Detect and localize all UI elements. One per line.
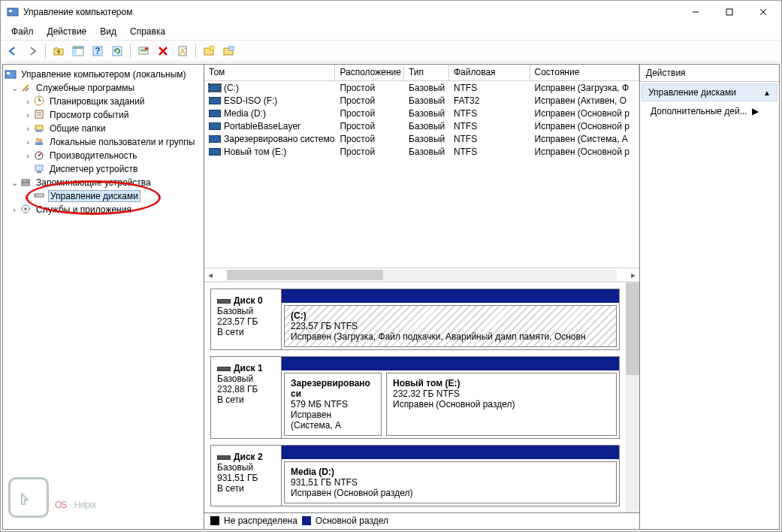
disk-icon [217,299,231,304]
svg-point-37 [39,139,43,143]
actions-pane: Действия Управление дисками ▲ Дополнител… [640,65,779,529]
partition[interactable]: Зарезервировано си579 МБ NTFSИсправен (С… [284,373,382,436]
maximize-button[interactable] [712,2,746,23]
expand-icon[interactable]: › [23,151,33,160]
tree-disk-management[interactable]: Управление дисками [48,190,140,202]
close-button[interactable] [746,2,780,23]
properties-icon[interactable] [174,42,192,60]
svg-rect-42 [35,165,43,171]
disk-info: Диск 0Базовый223,57 ГБВ сети [211,289,282,349]
volume-icon [209,97,221,104]
tree-storage[interactable]: Запоминающие устройства [35,177,152,188]
scroll-right-icon[interactable]: ▸ [627,269,639,281]
services-icon [20,204,32,216]
forward-button[interactable] [23,42,41,60]
horizontal-scrollbar[interactable]: ◂ ▸ [204,268,639,281]
disk-block[interactable]: Диск 2Базовый931,51 ГБВ сетиMedia (D:)93… [210,445,620,506]
scheduler-icon [33,95,45,107]
back-button[interactable] [4,42,22,60]
computer-icon [5,68,17,80]
volume-row[interactable]: ESD-ISO (F:)ПростойБазовыйFAT32Исправен … [204,94,639,107]
col-type[interactable]: Тип [404,65,449,81]
collapse-icon[interactable]: ⌄ [9,178,20,188]
svg-point-41 [38,155,40,156]
title-bar: Управление компьютером [1,1,781,23]
expand-icon[interactable]: › [23,97,33,106]
volume-row[interactable]: Новый том (E:)ПростойБазовыйNTFSИсправен… [204,145,639,158]
svg-rect-45 [22,183,29,186]
col-volume[interactable]: Том [204,65,335,81]
settings-icon[interactable] [134,42,152,60]
performance-icon [33,150,45,162]
tree-performance[interactable]: Производительность [48,150,138,161]
volume-icon [209,135,221,143]
svg-point-50 [24,207,27,210]
help-icon[interactable]: ? [89,42,107,60]
vertical-scrollbar[interactable] [626,283,639,514]
disk-block[interactable]: Диск 1Базовый232,88 ГБВ сетиЗарезервиров… [210,356,620,439]
tree-device-manager[interactable]: Диспетчер устройств [48,164,139,174]
delete-icon[interactable] [154,42,172,60]
tree-event-viewer[interactable]: Просмотр событий [48,110,130,120]
svg-point-48 [35,195,37,196]
volume-list[interactable]: Том Расположение Тип Файловая система Со… [204,65,639,283]
users-icon [33,136,45,148]
svg-rect-1 [9,10,12,12]
svg-rect-9 [73,47,83,49]
tree-system-tools[interactable]: Служебные программы [35,83,136,93]
app-icon [7,6,19,18]
device-manager-icon [33,163,45,175]
tree-shared-folders[interactable]: Общие папки [48,123,107,134]
minimize-button[interactable] [678,2,712,23]
svg-point-16 [145,47,148,50]
storage-icon [20,177,32,189]
svg-point-34 [36,129,39,132]
partition[interactable]: Новый том (E:)232,32 ГБ NTFSИсправен (Ос… [386,373,617,436]
menu-action[interactable]: Действие [41,25,93,38]
menu-view[interactable]: Вид [94,25,122,38]
volume-row[interactable]: PortableBaseLayerПростойБазовыйNTFSИспра… [204,119,639,132]
actions-more[interactable]: Дополнительные дей... ▶ [640,103,779,119]
tree-services-apps[interactable]: Службы и приложения [35,204,133,215]
collapse-icon[interactable]: ▲ [763,89,771,97]
tree-root[interactable]: Управление компьютером (локальным) [20,69,188,80]
list-header: Том Расположение Тип Файловая система Со… [204,65,639,81]
up-icon[interactable] [50,42,68,60]
refresh-icon[interactable] [108,42,126,60]
expand-icon[interactable]: › [9,205,20,214]
menu-file[interactable]: Файл [5,25,40,38]
toolbar: ? [1,40,781,62]
tree-task-scheduler[interactable]: Планировщик заданий [48,96,146,107]
svg-text:?: ? [95,46,100,56]
disk-block[interactable]: Диск 0Базовый223,57 ГБВ сети(C:)223,57 Г… [210,289,620,350]
tools-icon [20,82,32,94]
navigation-tree[interactable]: Управление компьютером (локальным) ⌄ Слу… [3,65,204,529]
new-icon[interactable] [200,42,218,60]
disk-graphical-view[interactable]: Диск 0Базовый223,57 ГБВ сети(C:)223,57 Г… [204,283,639,529]
partition[interactable]: Media (D:)931,51 ГБ NTFSИсправен (Основн… [284,461,617,503]
svg-point-46 [28,180,29,182]
tree-local-users[interactable]: Локальные пользователи и группы [48,137,196,147]
disk-header-bar [282,357,619,370]
volume-row[interactable]: Media (D:)ПростойБазовыйNTFSИсправен (Ос… [204,107,639,119]
menu-help[interactable]: Справка [124,25,171,38]
collapse-icon[interactable]: ⌄ [9,83,20,93]
actions-section[interactable]: Управление дисками ▲ [642,83,777,101]
volume-row[interactable]: (C:)ПростойБазовыйNTFSИсправен (Загрузка… [204,81,639,94]
col-status[interactable]: Состояние [530,65,639,81]
svg-point-35 [39,129,42,132]
legend: Не распределена Основной раздел [204,512,639,527]
expand-icon[interactable]: › [23,110,33,119]
scroll-left-icon[interactable]: ◂ [204,269,216,281]
volume-icon [209,84,221,92]
expand-icon[interactable]: › [23,138,33,147]
volume-icon [209,122,221,130]
show-hide-tree-icon[interactable] [69,42,87,60]
expand-icon[interactable]: › [23,124,33,133]
col-layout[interactable]: Расположение [335,65,404,81]
col-fs[interactable]: Файловая система [449,65,530,81]
partition[interactable]: (C:)223,57 ГБ NTFSИсправен (Загрузка, Фа… [284,305,617,347]
volume-row[interactable]: Зарезервировано системойПростойБазовыйNT… [204,132,639,145]
shared-folders-icon [33,122,45,135]
attach-icon[interactable] [219,42,237,60]
